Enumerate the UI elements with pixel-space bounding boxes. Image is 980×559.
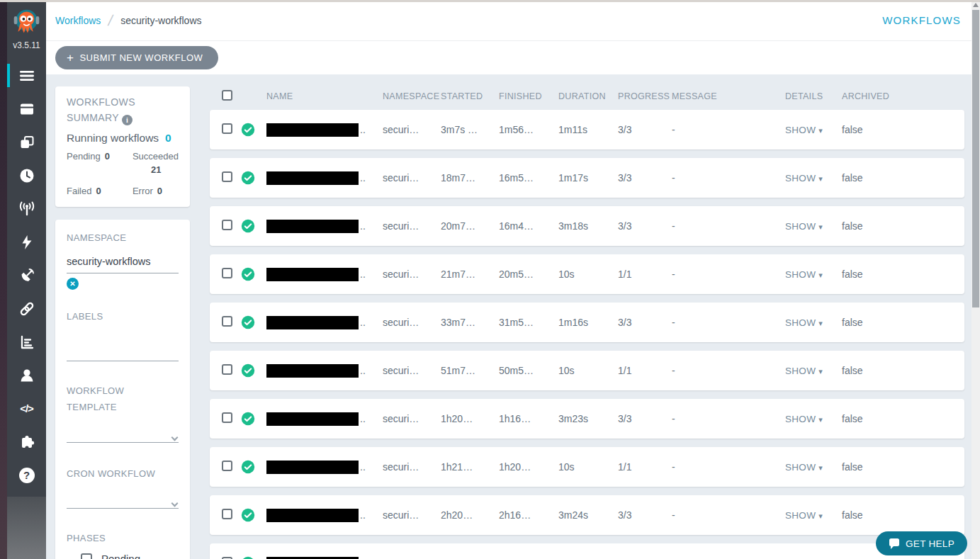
namespace-label: NAMESPACE [67, 230, 179, 246]
scroll-up-arrow[interactable] [973, 3, 979, 7]
api-docs-icon: </> [20, 402, 33, 414]
cell-progress: 1/1 [615, 365, 669, 376]
cell-duration: 10s [556, 461, 615, 473]
sidebar-item-sensors[interactable] [7, 259, 46, 292]
chat-bubble-icon [889, 538, 900, 549]
sidebar-item-event-sources[interactable] [7, 225, 46, 259]
row-checkbox[interactable] [222, 268, 232, 278]
workflow-name-link[interactable]: .. [264, 268, 380, 281]
workflow-name-link[interactable]: .. [264, 220, 380, 233]
sidebar-item-user[interactable] [7, 358, 46, 392]
scrollbar[interactable] [971, 0, 980, 559]
workflow-row[interactable]: .. securi… 1h20… 1h16… 3m23s 3/3 - SHOW▾… [210, 399, 964, 439]
workflow-name-link[interactable]: .. [264, 316, 380, 329]
details-show-toggle[interactable]: SHOW▾ [782, 317, 839, 328]
sidebar-item-cron-workflows[interactable] [7, 159, 46, 192]
workflow-row[interactable]: .. securi… 18m7… 16m5… 1m17s 3/3 - SHOW▾… [210, 158, 964, 198]
phase-option-pending[interactable]: Pending [81, 553, 179, 559]
cell-progress: 3/3 [615, 509, 669, 521]
workflow-name-redacted [266, 557, 359, 559]
workflow-name-link[interactable]: .. [264, 557, 380, 559]
details-show-toggle[interactable]: SHOW▾ [782, 510, 839, 521]
get-help-label: GET HELP [906, 538, 954, 549]
cell-finished: 1m56… [496, 124, 556, 135]
details-show-toggle[interactable]: SHOW▾ [782, 414, 839, 424]
summary-title: WORKFLOWS SUMMARY i [67, 95, 179, 125]
sidebar-item-workflow-templates[interactable] [7, 125, 46, 159]
row-checkbox[interactable] [222, 509, 232, 519]
caret-down-icon: ▾ [818, 222, 823, 231]
topbar: Workflows / security-workflows WORKFLOWS [46, 0, 980, 41]
pending-checkbox[interactable] [81, 553, 92, 559]
workflow-row[interactable]: .. securi… 2h20… 2h16… 3m24s 3/3 - SHOW▾… [210, 495, 964, 535]
details-show-toggle[interactable]: SHOW▾ [782, 125, 839, 135]
cell-duration: 3m18s [556, 220, 615, 232]
namespace-input[interactable]: security-workflows [67, 246, 179, 273]
row-checkbox[interactable] [222, 316, 232, 327]
sidebar-item-workflows[interactable] [7, 92, 46, 125]
workflow-name-link[interactable]: .. [264, 461, 380, 474]
details-show-toggle[interactable]: SHOW▾ [782, 221, 839, 232]
workflow-succeeded-icon [241, 315, 264, 329]
workflow-row[interactable]: .. securi… 3h16… 3h15… 56s 3/3 - SHOW▾ f… [210, 543, 964, 559]
sidebar-item-help[interactable]: ? [7, 458, 46, 492]
sidebar-item-menu[interactable] [7, 59, 46, 92]
row-checkbox[interactable] [222, 171, 232, 182]
sidebar-item-event-flow[interactable] [7, 192, 46, 225]
cell-started: 1h21… [438, 461, 496, 473]
workflow-succeeded-icon [241, 556, 264, 559]
workflow-row[interactable]: .. securi… 21m7… 20m5… 10s 1/1 - SHOW▾ f… [210, 254, 964, 294]
workflow-name-link[interactable]: .. [264, 412, 380, 426]
get-help-button[interactable]: GET HELP [876, 531, 967, 555]
info-icon[interactable]: i [122, 115, 133, 125]
workflow-template-select[interactable] [67, 436, 179, 443]
row-checkbox[interactable] [222, 123, 232, 134]
cell-started: 1h20… [438, 413, 496, 424]
stat-failed: Failed0 [67, 186, 122, 196]
filters-column: WORKFLOWS SUMMARY i Running workflows0 P… [55, 86, 190, 559]
cell-namespace: securi… [380, 413, 438, 424]
sidebar-item-event-bindings[interactable] [7, 292, 46, 325]
cell-namespace: securi… [380, 220, 438, 232]
select-all-checkbox[interactable] [222, 90, 232, 101]
workflows-summary-card: WORKFLOWS SUMMARY i Running workflows0 P… [55, 86, 190, 207]
clear-namespace-button[interactable]: ✕ [67, 278, 79, 290]
workflow-row[interactable]: .. securi… 3m7s … 1m56… 1m11s 3/3 - SHOW… [210, 110, 964, 149]
cell-duration: 1m16s [556, 317, 615, 328]
row-checkbox[interactable] [222, 220, 232, 230]
cell-finished: 1h20… [496, 461, 556, 473]
row-checkbox[interactable] [222, 412, 232, 423]
workflow-name-link[interactable]: .. [264, 364, 380, 378]
workflow-row[interactable]: .. securi… 20m7… 16m4… 3m18s 3/3 - SHOW▾… [210, 206, 964, 246]
workflow-succeeded-icon [241, 171, 264, 185]
workflow-name-link[interactable]: .. [264, 171, 380, 185]
row-checkbox[interactable] [222, 461, 232, 471]
column-header-started: STARTED [438, 91, 496, 101]
row-checkbox[interactable] [222, 364, 232, 375]
column-header-archived: ARCHIVED [839, 91, 964, 101]
scrollbar-thumb[interactable] [972, 10, 979, 307]
help-icon: ? [19, 468, 35, 483]
sidebar-item-api-docs[interactable]: </> [7, 392, 46, 425]
workflow-name-redacted [266, 268, 359, 281]
sidebar-item-reports[interactable] [7, 325, 46, 358]
caret-down-icon: ▾ [818, 463, 823, 472]
submit-new-workflow-button[interactable]: + SUBMIT NEW WORKFLOW [55, 46, 218, 69]
labels-input[interactable] [67, 361, 179, 361]
workflow-row[interactable]: .. securi… 33m7… 31m5… 1m16s 3/3 - SHOW▾… [210, 303, 964, 342]
cron-workflow-select[interactable] [67, 502, 179, 509]
details-show-toggle[interactable]: SHOW▾ [782, 366, 839, 376]
details-show-toggle[interactable]: SHOW▾ [782, 462, 839, 473]
workflow-name-link[interactable]: .. [264, 509, 380, 522]
details-show-toggle[interactable]: SHOW▾ [782, 173, 839, 183]
cell-finished: 1h16… [496, 413, 556, 424]
breadcrumb-workflows-link[interactable]: Workflows [55, 15, 101, 26]
workflow-row[interactable]: .. securi… 1h21… 1h20… 10s 1/1 - SHOW▾ f… [210, 447, 964, 487]
cell-duration: 1m11s [556, 124, 615, 135]
details-show-toggle[interactable]: SHOW▾ [782, 269, 839, 280]
submit-button-label: SUBMIT NEW WORKFLOW [79, 52, 203, 63]
workflow-name-link[interactable]: .. [264, 123, 380, 137]
sidebar-item-plugins[interactable] [7, 425, 46, 458]
column-header-progress: PROGRESS [615, 91, 669, 101]
workflow-row[interactable]: .. securi… 51m7… 50m5… 10s 1/1 - SHOW▾ f… [210, 351, 964, 390]
